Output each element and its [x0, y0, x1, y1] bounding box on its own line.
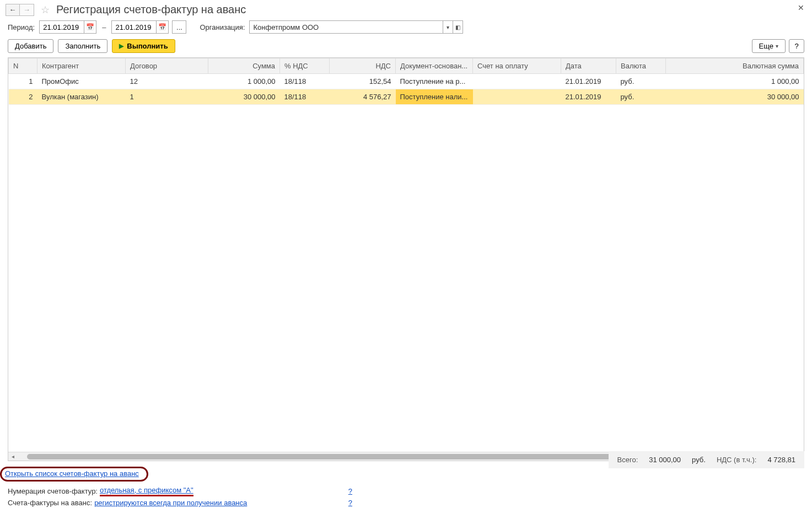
- totals-nds-label: НДС (в т.ч.):: [717, 456, 757, 464]
- play-icon: ▶: [119, 42, 123, 50]
- cell-invoice[interactable]: [473, 89, 561, 105]
- date-from-picker-icon[interactable]: 📅: [84, 21, 96, 33]
- favorite-star-icon[interactable]: ☆: [41, 4, 50, 16]
- cell-doc_basis[interactable]: Поступление нали...: [396, 89, 473, 105]
- table-row[interactable]: 2Вулкан (магазин)130 000,0018/1184 576,2…: [9, 89, 804, 105]
- cell-doc_basis[interactable]: Поступление на р...: [396, 74, 473, 89]
- date-from-field[interactable]: 📅: [39, 20, 96, 34]
- cell-date[interactable]: 21.01.2019: [561, 89, 616, 105]
- cell-n[interactable]: 1: [9, 74, 37, 89]
- period-label: Период:: [8, 23, 35, 31]
- col-doc-basis[interactable]: Документ-основан...: [396, 58, 473, 74]
- cell-dogovor[interactable]: 12: [126, 74, 208, 89]
- cell-currency[interactable]: руб.: [616, 74, 666, 89]
- fill-button[interactable]: Заполнить: [58, 39, 107, 53]
- numbering-label: Нумерация счетов-фактур:: [8, 487, 98, 495]
- data-grid[interactable]: N Контрагент Договор Сумма % НДС НДС Док…: [8, 57, 804, 461]
- cell-currency[interactable]: руб.: [616, 89, 666, 105]
- help-button[interactable]: ?: [789, 39, 804, 53]
- numbering-link[interactable]: отдельная, с префиксом "А": [100, 486, 193, 496]
- cell-kontragent[interactable]: Вулкан (магазин): [37, 89, 126, 105]
- date-to-picker-icon[interactable]: 📅: [156, 21, 168, 33]
- cell-cur_sum[interactable]: 30 000,00: [666, 89, 804, 105]
- period-dash: –: [102, 23, 106, 31]
- numbering-help-icon[interactable]: ?: [348, 487, 352, 495]
- col-kontragent[interactable]: Контрагент: [37, 58, 126, 74]
- open-invoice-list-highlight: Открыть список счетов-фактур на аванс: [0, 467, 148, 482]
- execute-button[interactable]: ▶ Выполнить: [112, 39, 175, 53]
- totals-sum: 31 000,00: [649, 456, 681, 464]
- add-button[interactable]: Добавить: [8, 39, 53, 53]
- close-icon[interactable]: ✕: [798, 3, 804, 12]
- execute-label: Выполнить: [127, 42, 168, 50]
- chevron-down-icon: ▾: [776, 43, 778, 49]
- col-nds-pct[interactable]: % НДС: [280, 58, 330, 74]
- totals-panel: Всего: 31 000,00 руб. НДС (в т.ч.): 4 72…: [609, 451, 804, 468]
- nav-back-button[interactable]: ←: [6, 4, 20, 16]
- cell-summa[interactable]: 30 000,00: [208, 89, 280, 105]
- col-date[interactable]: Дата: [561, 58, 616, 74]
- cell-kontragent[interactable]: ПромОфис: [37, 74, 126, 89]
- table-row[interactable]: 1ПромОфис121 000,0018/118152,54Поступлен…: [9, 74, 804, 89]
- col-summa[interactable]: Сумма: [208, 58, 280, 74]
- cell-nds[interactable]: 4 576,27: [330, 89, 396, 105]
- org-dropdown-icon[interactable]: ▾: [443, 21, 453, 33]
- cell-nds_pct[interactable]: 18/118: [280, 74, 330, 89]
- col-currency[interactable]: Валюта: [616, 58, 666, 74]
- col-dogovor[interactable]: Договор: [126, 58, 208, 74]
- advance-label: Счета-фактуры на аванс:: [8, 499, 92, 507]
- advance-help-icon[interactable]: ?: [348, 499, 352, 507]
- more-button[interactable]: Еще ▾: [752, 39, 786, 53]
- col-cur-sum[interactable]: Валютная сумма: [666, 58, 804, 74]
- cell-date[interactable]: 21.01.2019: [561, 74, 616, 89]
- totals-currency: руб.: [692, 456, 706, 464]
- more-label: Еще: [759, 42, 773, 50]
- nav-forward-button[interactable]: →: [20, 4, 34, 16]
- cell-nds_pct[interactable]: 18/118: [280, 89, 330, 105]
- date-from-input[interactable]: [40, 23, 84, 31]
- col-n[interactable]: N: [9, 58, 37, 74]
- page-title: Регистрация счетов-фактур на аванс: [56, 3, 246, 16]
- col-nds[interactable]: НДС: [330, 58, 396, 74]
- cell-cur_sum[interactable]: 1 000,00: [666, 74, 804, 89]
- totals-nds: 4 728,81: [767, 456, 795, 464]
- cell-invoice[interactable]: [473, 74, 561, 89]
- cell-dogovor[interactable]: 1: [126, 89, 208, 105]
- advance-link[interactable]: регистрируются всегда при получении аван…: [94, 499, 247, 507]
- col-invoice[interactable]: Счет на оплату: [473, 58, 561, 74]
- org-label: Организация:: [200, 23, 245, 31]
- totals-label: Всего:: [617, 456, 638, 464]
- date-to-field[interactable]: 📅: [111, 20, 169, 34]
- date-to-input[interactable]: [112, 23, 156, 31]
- cell-n[interactable]: 2: [9, 89, 37, 105]
- organization-field[interactable]: Конфетпромм ООО ▾ ◧: [249, 20, 463, 34]
- cell-summa[interactable]: 1 000,00: [208, 74, 280, 89]
- organization-value: Конфетпромм ООО: [250, 23, 443, 31]
- org-open-icon[interactable]: ◧: [453, 21, 463, 33]
- period-choose-button[interactable]: ...: [172, 20, 186, 34]
- cell-nds[interactable]: 152,54: [330, 74, 396, 89]
- open-invoice-list-link[interactable]: Открыть список счетов-фактур на аванс: [5, 469, 139, 478]
